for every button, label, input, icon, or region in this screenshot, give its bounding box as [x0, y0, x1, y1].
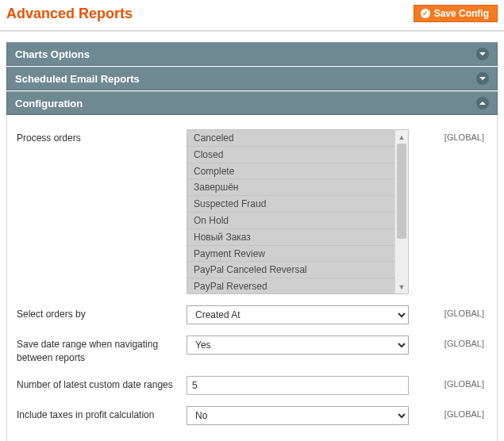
label-process-orders: Process orders	[17, 129, 182, 145]
save-config-button[interactable]: ✓ Save Config	[414, 5, 498, 22]
list-item[interactable]: Canceled	[187, 130, 394, 147]
list-item[interactable]: Closed	[187, 147, 394, 163]
list-item[interactable]: Suspected Fraud	[187, 196, 394, 213]
chevron-down-icon	[476, 72, 489, 85]
section-configuration[interactable]: Configuration	[6, 91, 498, 115]
scope-global: [GLOBAL]	[414, 336, 487, 348]
list-item[interactable]: Новый Заказ	[187, 229, 394, 246]
section-charts-options[interactable]: Charts Options	[6, 42, 498, 66]
save-config-label: Save Config	[434, 8, 489, 19]
select-orders-by-select[interactable]: Created At	[187, 305, 409, 324]
list-item[interactable]: PayPal Reversed	[187, 278, 394, 293]
scrollbar[interactable]: ▲ ▼	[394, 130, 408, 293]
check-icon: ✓	[421, 9, 430, 18]
label-include-taxes: Include taxes in profit calculation	[17, 406, 182, 422]
label-save-date-range: Save date range when navigating between …	[17, 336, 182, 365]
num-latest-ranges-input[interactable]	[187, 376, 409, 395]
section-scheduled-email[interactable]: Scheduled Email Reports	[6, 67, 498, 90]
scope-global: [GLOBAL]	[414, 376, 487, 389]
save-date-range-select[interactable]: Yes	[187, 336, 409, 355]
scroll-up-icon[interactable]: ▲	[395, 130, 408, 144]
scroll-track[interactable]	[395, 144, 408, 280]
scope-global: [GLOBAL]	[414, 129, 487, 142]
list-item[interactable]: On Hold	[187, 213, 394, 229]
label-num-latest-ranges: Number of latest custom date ranges	[17, 376, 182, 392]
scroll-thumb[interactable]	[397, 144, 406, 239]
scope-global: [GLOBAL]	[414, 406, 487, 419]
scope-global: [GLOBAL]	[414, 305, 487, 318]
section-charts-options-title: Charts Options	[15, 48, 90, 60]
include-taxes-select[interactable]: No	[187, 406, 409, 425]
scroll-down-icon[interactable]: ▼	[395, 280, 408, 293]
list-item[interactable]: Завершён	[187, 179, 394, 196]
chevron-down-icon	[476, 48, 489, 60]
section-scheduled-email-title: Scheduled Email Reports	[15, 73, 140, 85]
label-select-orders-by: Select orders by	[17, 305, 182, 321]
page-title: Advanced Reports	[6, 6, 133, 22]
list-item[interactable]: Complete	[187, 163, 394, 180]
list-item[interactable]: Payment Review	[187, 246, 394, 263]
chevron-up-icon	[476, 97, 489, 109]
list-item[interactable]: PayPal Canceled Reversal	[187, 262, 394, 278]
divider	[0, 30, 504, 33]
process-orders-multiselect[interactable]: Canceled Closed Complete Завершён Suspec…	[187, 129, 409, 294]
section-configuration-title: Configuration	[15, 98, 83, 109]
section-configuration-body: Process orders Canceled Closed Complete …	[6, 115, 498, 441]
